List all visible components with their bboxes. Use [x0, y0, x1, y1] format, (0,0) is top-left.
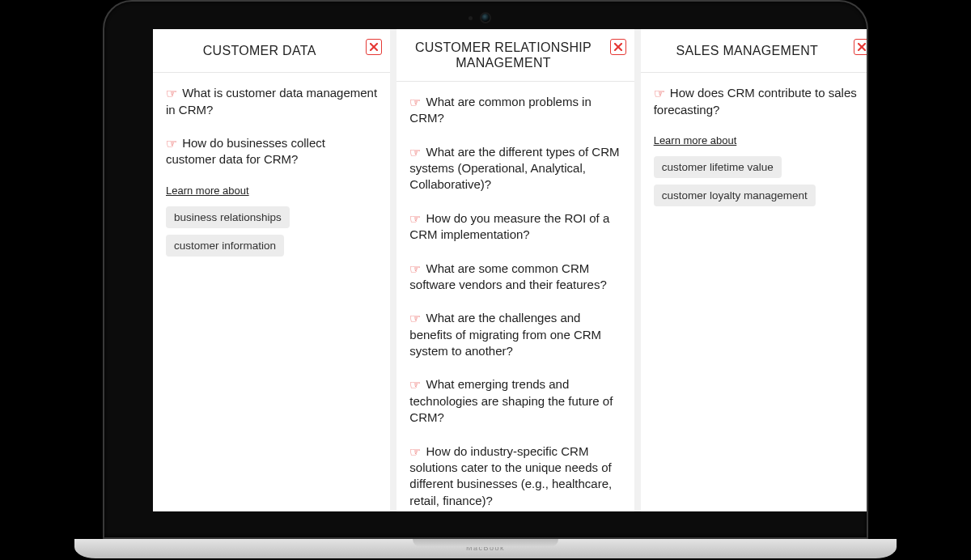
pointer-icon: ☞ — [166, 87, 177, 100]
tag[interactable]: business relationships — [166, 206, 290, 228]
question-item[interactable]: ☞ How does CRM contribute to sales forec… — [654, 84, 865, 118]
pointer-icon: ☞ — [409, 95, 421, 109]
pointer-icon: ☞ — [409, 146, 421, 159]
column-header: CUSTOMER RELATIONSHIP MANAGEMENT — [396, 29, 634, 82]
pointer-icon: ☞ — [409, 262, 421, 276]
question-item[interactable]: ☞ What emerging trends and technologies … — [409, 375, 621, 426]
screen: CUSTOMER DATA ☞ What is customer data ma… — [153, 29, 868, 511]
pointer-icon: ☞ — [409, 445, 421, 459]
column-body[interactable]: ☞ What are common problems in CRM? ☞ Wha… — [396, 82, 634, 511]
question-text: What is customer data management in CRM? — [166, 86, 377, 117]
learn-more-label: Learn more about — [166, 185, 377, 197]
question-item[interactable]: ☞ What are some common CRM software vend… — [409, 260, 621, 294]
close-icon[interactable] — [610, 39, 626, 55]
question-item[interactable]: ☞ How do businesses collect customer dat… — [166, 134, 377, 168]
column-body[interactable]: ☞ How does CRM contribute to sales forec… — [641, 73, 868, 511]
pointer-icon: ☞ — [409, 378, 421, 392]
pointer-icon: ☞ — [409, 212, 421, 226]
question-item[interactable]: ☞ What is customer data management in CR… — [166, 84, 377, 118]
pointer-icon: ☞ — [409, 312, 421, 325]
column-header: SALES MANAGEMENT — [641, 29, 868, 73]
question-text: How do industry-specific CRM solutions c… — [409, 444, 612, 507]
device-label: MacBook — [74, 544, 897, 552]
question-item[interactable]: ☞ How do you measure the ROI of a CRM im… — [409, 210, 621, 244]
question-item[interactable]: ☞ How do industry-specific CRM solutions… — [409, 443, 621, 509]
laptop-base: MacBook — [74, 539, 897, 558]
question-text: What are some common CRM software vendor… — [409, 261, 606, 292]
tag-list: customer lifetime value customer loyalty… — [654, 156, 865, 206]
question-text: What are the challenges and benefits of … — [409, 311, 601, 358]
column-header: CUSTOMER DATA — [153, 29, 390, 73]
question-text: What are the different types of CRM syst… — [409, 145, 619, 192]
laptop-bezel: CUSTOMER DATA ☞ What is customer data ma… — [103, 0, 868, 539]
question-item[interactable]: ☞ What are common problems in CRM? — [409, 93, 621, 127]
camera-icon — [481, 14, 490, 22]
close-icon[interactable] — [854, 39, 868, 55]
tag-list: business relationships customer informat… — [166, 206, 377, 257]
close-icon[interactable] — [366, 39, 382, 55]
tag[interactable]: customer lifetime value — [654, 156, 782, 178]
learn-more-label: Learn more about — [654, 134, 865, 146]
pointer-icon: ☞ — [654, 87, 665, 100]
column-title: CUSTOMER RELATIONSHIP MANAGEMENT — [408, 40, 598, 70]
app-columns: CUSTOMER DATA ☞ What is customer data ma… — [153, 29, 868, 511]
column-crm: CUSTOMER RELATIONSHIP MANAGEMENT ☞ What … — [396, 29, 634, 511]
question-text: How do businesses collect customer data … — [166, 136, 325, 167]
question-text: How do you measure the ROI of a CRM impl… — [409, 211, 609, 242]
column-body[interactable]: ☞ What is customer data management in CR… — [153, 73, 390, 511]
question-item[interactable]: ☞ What are the challenges and benefits o… — [409, 309, 621, 359]
tag[interactable]: customer loyalty management — [654, 185, 816, 206]
column-title: SALES MANAGEMENT — [676, 43, 819, 58]
tag[interactable]: customer information — [166, 235, 284, 257]
column-sales-management: SALES MANAGEMENT ☞ How does CRM contribu… — [641, 29, 868, 511]
laptop-mockup: CUSTOMER DATA ☞ What is customer data ma… — [74, 0, 897, 558]
column-title: CUSTOMER DATA — [203, 43, 316, 58]
question-text: What emerging trends and technologies ar… — [409, 377, 613, 424]
pointer-icon: ☞ — [166, 137, 177, 151]
question-text: What are common problems in CRM? — [409, 95, 591, 125]
column-customer-data: CUSTOMER DATA ☞ What is customer data ma… — [153, 29, 390, 511]
question-item[interactable]: ☞ What are the different types of CRM sy… — [409, 143, 621, 193]
question-text: How does CRM contribute to sales forecas… — [654, 86, 857, 117]
